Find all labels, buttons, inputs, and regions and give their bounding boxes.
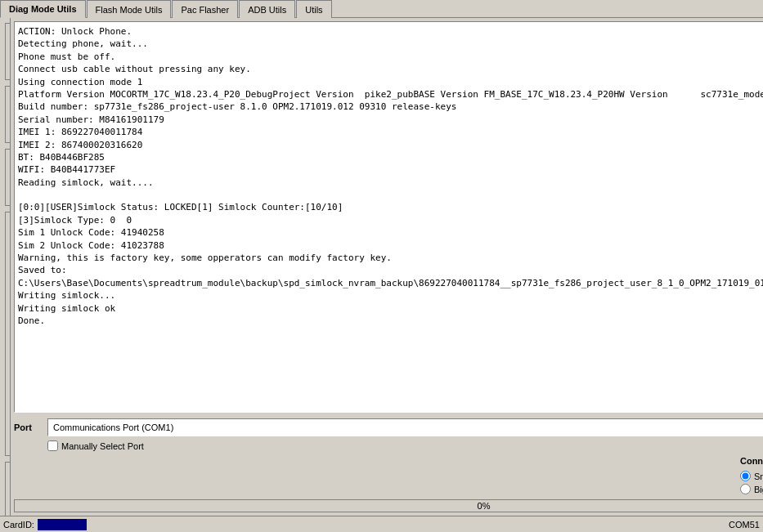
tab-adb-utils[interactable]: ADB Utils: [239, 0, 295, 18]
log-area: ACTION: Unlock Phone. Detecting phone, w…: [14, 21, 763, 413]
info-section: Info Read Phone Info: [5, 86, 11, 143]
port-label: Port: [14, 422, 43, 432]
tab-diag-mode-utils[interactable]: Diag Mode Utils: [0, 0, 86, 18]
connection-timeout-group: Connection Timeout Small timeout Big tim…: [740, 456, 763, 494]
left-panel: Enter Diag Enter Diag Info Read Phone In…: [0, 18, 11, 516]
right-panel: ACTION: Unlock Phone. Detecting phone, w…: [11, 18, 763, 516]
enter-diag-section: Enter Diag Enter Diag: [5, 23, 11, 80]
status-bar: CardID: COM51: [0, 516, 763, 532]
port-section: Port Communications Port (COM1) COM2 COM…: [14, 418, 763, 451]
card-id-label: CardID:: [3, 520, 34, 530]
nvram-section: NVRAM Make NV Backup Write NV Backup: [5, 462, 11, 516]
card-id-value: [38, 519, 87, 530]
tab-flash-mode-utils[interactable]: Flash Mode Utils: [87, 0, 172, 18]
imei-sn-wifi-section: IMEI-SN-WIFI IMEI 1 IMEI 2 BT WIFI: [5, 212, 11, 456]
options-row: Connection Timeout Small timeout Big tim…: [14, 456, 763, 494]
port-row: Port Communications Port (COM1) COM2 COM…: [14, 418, 763, 437]
tab-bar: Diag Mode Utils Flash Mode Utils Pac Fla…: [0, 0, 763, 18]
big-timeout-label: Big timeout: [754, 485, 763, 494]
progress-text: 0%: [15, 500, 763, 512]
tab-utils[interactable]: Utils: [296, 0, 331, 18]
com-status: COM51: [729, 520, 760, 530]
tab-pac-flasher[interactable]: Pac Flasher: [172, 0, 238, 18]
big-timeout-radio[interactable]: [740, 484, 751, 494]
manually-select-checkbox[interactable]: [47, 440, 58, 451]
port-select[interactable]: Communications Port (COM1) COM2 COM3: [47, 418, 763, 436]
manually-select-row: Manually Select Port: [47, 440, 763, 451]
progress-bar-container: 0%: [14, 499, 763, 512]
manually-select-label: Manually Select Port: [61, 441, 144, 451]
small-timeout-label: Small timeout: [754, 472, 763, 481]
simlock-section: Simlock Read Simlock Info Remove Simlock: [5, 149, 11, 206]
connection-timeout-label: Connection Timeout: [740, 456, 763, 466]
status-left: CardID:: [3, 519, 720, 530]
small-timeout-radio[interactable]: [740, 471, 751, 481]
small-timeout-row: Small timeout: [740, 471, 763, 481]
big-timeout-row: Big timeout: [740, 484, 763, 494]
